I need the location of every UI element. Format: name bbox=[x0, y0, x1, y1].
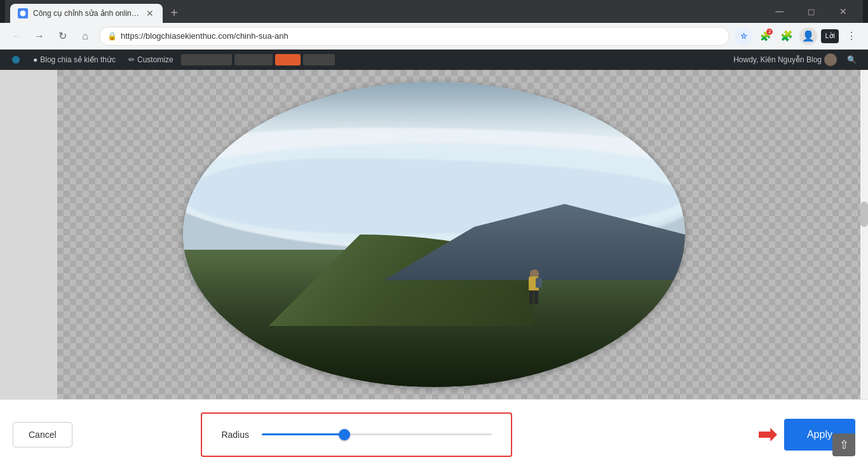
lock-icon: 🔒 bbox=[107, 32, 117, 41]
person-body bbox=[528, 269, 539, 304]
radius-label: Radius bbox=[221, 430, 249, 440]
arrow-right-icon: ➡ bbox=[757, 421, 776, 448]
left-sidebar bbox=[0, 70, 57, 399]
bottom-toolbar: Cancel Radius ➡ Apply ⇧ bbox=[0, 399, 868, 469]
active-tab[interactable]: Công cụ chỉnh sửa ảnh online - E ✕ bbox=[10, 4, 163, 23]
svg-point-1 bbox=[12, 56, 20, 64]
image-preview bbox=[183, 82, 685, 387]
wp-customize[interactable]: ✏ Customize bbox=[123, 50, 179, 70]
scrollbar-track bbox=[860, 70, 868, 399]
new-tab-button[interactable]: + bbox=[165, 4, 183, 22]
home-button[interactable]: ⌂ bbox=[76, 27, 94, 45]
radius-slider-container bbox=[262, 433, 492, 435]
image-container bbox=[180, 79, 688, 390]
title-bar: Công cụ chỉnh sửa ảnh online - E ✕ + ─ ◻… bbox=[0, 0, 868, 23]
wp-blurred-item-2[interactable] bbox=[234, 54, 273, 65]
address-bar: ← → ↻ ⌂ 🔒 https://blogchiasekienthuc.com… bbox=[0, 23, 868, 50]
blog-title-text: Blog chia sẻ kiến thức bbox=[40, 55, 116, 64]
wp-blurred-item-1[interactable] bbox=[181, 54, 232, 65]
blog-icon: ● bbox=[33, 55, 37, 64]
wordpress-toolbar: ● Blog chia sẻ kiến thức ✏ Customize How… bbox=[0, 50, 868, 70]
person-backpack bbox=[536, 278, 542, 288]
url-text: https://blogchiasekienthuc.com/chinh-sua… bbox=[121, 31, 721, 41]
wp-blog-name[interactable]: ● Blog chia sẻ kiến thức bbox=[28, 50, 121, 70]
extensions-area: ☆ 🧩 2 🧩 👤 Lời ⋮ bbox=[735, 27, 860, 45]
back-to-top-button[interactable]: ⇧ bbox=[832, 433, 855, 456]
scrollbar-thumb[interactable] bbox=[860, 201, 868, 227]
login-button[interactable]: Lời bbox=[821, 29, 839, 43]
url-bar[interactable]: 🔒 https://blogchiasekienthuc.com/chinh-s… bbox=[99, 27, 729, 46]
wp-right-area: Howdy, Kiên Nguyễn Blog 🔍 bbox=[728, 50, 862, 70]
howdy-text: Howdy, Kiên Nguyễn Blog bbox=[733, 55, 822, 64]
wp-user-avatar bbox=[824, 53, 837, 66]
user-avatar[interactable]: 👤 bbox=[799, 27, 817, 45]
maximize-button[interactable]: ◻ bbox=[797, 3, 826, 20]
reload-button[interactable]: ↻ bbox=[53, 27, 71, 45]
wp-icon-item[interactable] bbox=[6, 50, 25, 70]
tab-close-button[interactable]: ✕ bbox=[145, 8, 155, 18]
profile-icon[interactable]: ☆ bbox=[735, 27, 752, 45]
wp-blurred-item-4[interactable] bbox=[303, 54, 335, 65]
cancel-button[interactable]: Cancel bbox=[13, 422, 72, 447]
svg-point-0 bbox=[20, 11, 26, 17]
extensions-button[interactable]: 🧩 bbox=[778, 27, 796, 45]
wp-blurred-item-3[interactable] bbox=[275, 54, 301, 65]
person-leg-left bbox=[529, 290, 533, 304]
forward-button[interactable]: → bbox=[31, 27, 48, 45]
extension-badge[interactable]: 🧩 2 bbox=[756, 27, 774, 45]
tab-title: Công cụ chỉnh sửa ảnh online - E bbox=[33, 9, 140, 18]
wp-search[interactable]: 🔍 bbox=[842, 50, 862, 70]
close-button[interactable]: ✕ bbox=[829, 3, 858, 20]
minimize-button[interactable]: ─ bbox=[765, 3, 794, 20]
wp-howdy[interactable]: Howdy, Kiên Nguyễn Blog bbox=[728, 50, 842, 70]
radius-slider[interactable] bbox=[262, 433, 492, 435]
browser-frame: Công cụ chỉnh sửa ảnh online - E ✕ + ─ ◻… bbox=[0, 0, 868, 469]
pencil-icon: ✏ bbox=[128, 55, 135, 64]
customize-label: Customize bbox=[137, 55, 173, 64]
menu-button[interactable]: ⋮ bbox=[843, 27, 860, 45]
main-content: Cancel Radius ➡ Apply ⇧ bbox=[0, 70, 868, 469]
person-leg-right bbox=[534, 290, 538, 304]
photo-content bbox=[183, 82, 685, 387]
radius-control-panel: Radius bbox=[201, 412, 512, 457]
tab-favicon bbox=[18, 8, 28, 18]
canvas-area bbox=[0, 70, 868, 399]
back-button[interactable]: ← bbox=[8, 27, 25, 45]
